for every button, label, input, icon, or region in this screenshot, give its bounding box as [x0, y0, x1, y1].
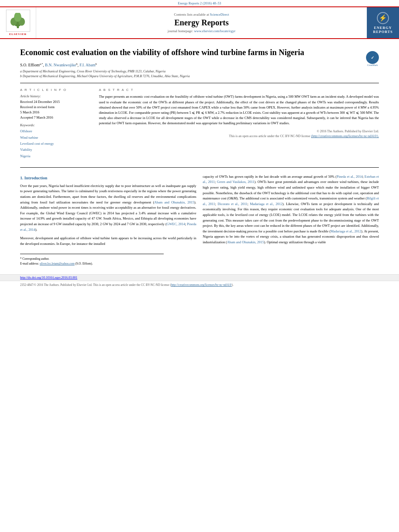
author-effiom: S.O. Effiom — [20, 63, 39, 67]
revised-date: 5 March 2016 — [20, 110, 93, 115]
keywords-label: Keywords: — [20, 123, 93, 127]
keyword-lcoe[interactable]: Levelized cost of energy — [20, 141, 93, 147]
abstract-text: The paper presents an economic cost eval… — [99, 94, 379, 126]
homepage-link[interactable]: www.elsevier.com/locate/egyr — [194, 29, 235, 33]
er-energy-text: ENERGY — [374, 26, 392, 30]
intro-para2: Moreover, development and application of… — [20, 236, 196, 246]
author-sup-a: a,* — [39, 62, 43, 66]
section1-heading: 1. Introduction — [20, 176, 196, 180]
keyword-viability[interactable]: Viability — [20, 147, 93, 153]
divider-1 — [20, 83, 379, 83]
author-sup-b2: b — [95, 62, 97, 66]
ref-gwec-2014[interactable]: GWEC, 2014 — [167, 222, 185, 226]
bottom-text: 2352-4847/© 2016 The Authors. Published … — [20, 283, 171, 287]
received-date: Received 24 December 2015 — [20, 99, 93, 105]
license-link[interactable]: (http://creativecommons.org/licenses/by-… — [311, 134, 379, 138]
crossmark-label: CrossMark — [366, 64, 379, 66]
article-info-abstract: A R T I C L E I N F O Article history: R… — [20, 88, 379, 162]
email-link[interactable]: oliver.lyc.letam@yahoo.com — [40, 262, 75, 265]
journal-center: Contents lists available at ScienceDirec… — [36, 7, 367, 38]
keyword-wind-turbine[interactable]: Wind turbine — [20, 135, 93, 141]
elsevier-logo: ELSEVIER — [0, 7, 36, 38]
body-columns: 1. Introduction Over the past years, Nig… — [20, 174, 379, 250]
keyword-offshore[interactable]: Offshore — [20, 128, 93, 134]
ref-green-2011[interactable]: Green and Vasilakos, 2011 — [217, 180, 254, 184]
journal-header: ELSEVIER Contents lists available at Sci… — [0, 6, 399, 39]
article-info-label: A R T I C L E I N F O — [20, 88, 93, 92]
author-abam[interactable]: F.I. Abam — [80, 63, 95, 67]
journal-citation: Energy Reports 2 (2016) 48–53 — [0, 0, 399, 6]
keywords-section: Keywords: Offshore Wind turbine Levelize… — [20, 123, 93, 159]
sciencedirect-link[interactable]: ScienceDirect — [210, 12, 229, 16]
bottom-bar: 2352-4847/© 2016 The Authors. Published … — [0, 281, 399, 289]
abstract-label: A B S T R A C T — [99, 88, 379, 92]
email-note: E-mail address: oliver.lyc.letam@yahoo.c… — [20, 261, 379, 266]
crossmark-icon: ✓ — [366, 51, 379, 64]
sciencedirect-line: Contents lists available at ScienceDirec… — [174, 12, 229, 16]
accepted-date: Accepted 7 March 2016 — [20, 115, 93, 120]
main-content: ✓ CrossMark Economic cost evaluation on … — [0, 39, 399, 274]
affiliation-a: a Department of Mechanical Engineering, … — [20, 70, 379, 73]
ref-madariaga-2012[interactable]: Madariaga et al., 2012 — [250, 202, 282, 206]
history-section: Article history: Received 24 December 20… — [20, 94, 93, 120]
author-nwankwojike[interactable]: B.N. Nwankwojike — [45, 63, 76, 67]
revised-label: Received in revised form — [20, 105, 93, 110]
divider-2 — [20, 167, 379, 168]
journal-homepage: journal homepage: www.elsevier.com/locat… — [168, 29, 235, 33]
ref-abam-2015[interactable]: Abam and Ohunakin, 2015 — [154, 200, 194, 204]
abstract-column: A B S T R A C T The paper presents an ec… — [99, 88, 379, 162]
er-circle-icon: ⚡ — [377, 12, 389, 24]
journal-title-header: Energy Reports — [175, 18, 229, 27]
intro-para1: Over the past years, Nigeria had faced i… — [20, 183, 196, 232]
intro-para3: capacity of OWTs has grown rapidly in th… — [203, 174, 379, 245]
footnotes: * Corresponding author. E-mail address: … — [20, 257, 379, 266]
copyright-text: © 2016 The Authors. Published by Elsevie… — [99, 129, 379, 139]
ref-abam-2015b[interactable]: Abam and Ohunakin, 2015 — [227, 240, 264, 244]
ref-pineda-2014b[interactable]: Pineda et al., 2014 — [337, 175, 362, 179]
doi-link[interactable]: http://dx.doi.org/10.1016/j.egyr.2016.03… — [20, 276, 77, 279]
elsevier-text: ELSEVIER — [9, 33, 27, 36]
corresponding-note: * Corresponding author. — [20, 257, 379, 261]
keyword-nigeria[interactable]: Nigeria — [20, 153, 93, 159]
bottom-text-end: ). — [232, 283, 233, 287]
er-reports-text: REPORTS — [373, 30, 393, 34]
body-right-column: capacity of OWTs has grown rapidly in th… — [203, 174, 379, 250]
authors-line: S.O. Effioma,*, B.N. Nwankwojikeb, F.I. … — [20, 62, 379, 67]
article-info-column: A R T I C L E I N F O Article history: R… — [20, 88, 93, 162]
energy-reports-logo: ⚡ ENERGY REPORTS — [367, 7, 399, 38]
history-label: Article history: — [20, 94, 93, 98]
affiliation-b: b Department of Mechanical Engineering, … — [20, 74, 379, 78]
body-text-right: capacity of OWTs has grown rapidly in th… — [203, 174, 379, 245]
doi-bar: http://dx.doi.org/10.1016/j.egyr.2016.03… — [0, 274, 399, 281]
ref-dicorato-2011[interactable]: Dicorato et al., 2011 — [218, 202, 247, 206]
body-left-column: 1. Introduction Over the past years, Nig… — [20, 174, 196, 250]
crossmark[interactable]: ✓ CrossMark — [366, 51, 379, 66]
footnote-divider — [20, 254, 164, 254]
bottom-license-link[interactable]: http://creativecommons.org/licenses/by-n… — [171, 283, 232, 287]
ref-madariaga-2012b[interactable]: Madariaga et al., 2012 — [331, 229, 361, 233]
body-text-left: Over the past years, Nigeria had faced i… — [20, 183, 196, 247]
article-title: Economic cost evaluation on the viabilit… — [20, 47, 379, 58]
keywords-list: Offshore Wind turbine Levelized cost of … — [20, 128, 93, 159]
